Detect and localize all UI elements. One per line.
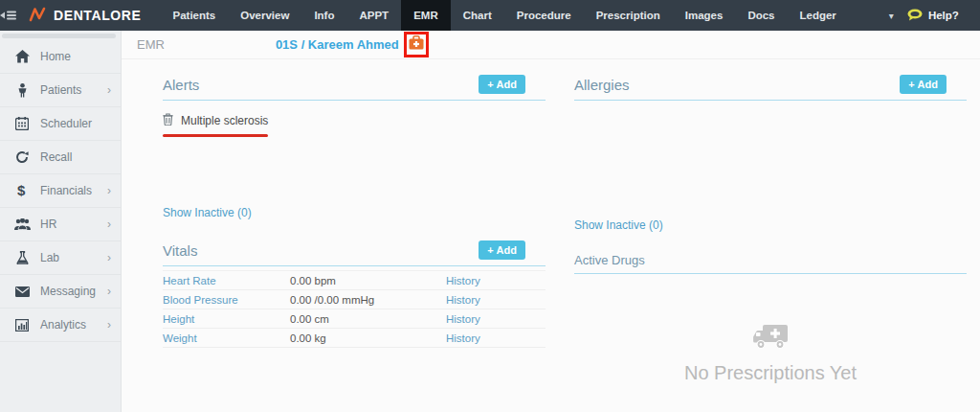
topbar-right: Help? Dokki xyxy=(907,0,980,31)
alerts-title: Alerts xyxy=(163,77,199,93)
sidebar-item-label: Recall xyxy=(40,150,72,164)
alerts-panel-header: Alerts +Add xyxy=(163,75,546,101)
sidebar-scrollbar[interactable] xyxy=(2,34,116,38)
allergies-title: Allergies xyxy=(574,77,630,93)
active-drugs-title: Active Drugs xyxy=(574,253,645,267)
breadcrumb: EMR xyxy=(137,37,165,52)
sidebar-item-label: Financials xyxy=(40,184,92,197)
add-alert-button[interactable]: +Add xyxy=(479,75,525,94)
tab-info[interactable]: Info xyxy=(301,0,346,31)
tab-patients[interactable]: Patients xyxy=(160,0,228,31)
vital-history-link[interactable]: History xyxy=(446,313,546,325)
page-header: EMR 01S / Kareem Ahmed xyxy=(122,31,980,59)
show-inactive-allergies-link[interactable]: Show Inactive (0) xyxy=(574,218,663,232)
pulse-logo-icon xyxy=(29,7,47,25)
allergies-list-empty xyxy=(574,101,967,211)
sidebar-item-patients[interactable]: Patients › xyxy=(0,74,121,107)
vital-value: 0.00 kg xyxy=(290,332,446,344)
plus-icon: + xyxy=(487,79,493,90)
vital-name-link[interactable]: Heart Rate xyxy=(163,275,290,286)
add-allergy-button[interactable]: +Add xyxy=(900,75,947,94)
alerts-panel: Alerts +Add xyxy=(163,75,546,240)
table-row: Heart Rate 0.00 bpm History xyxy=(163,271,546,290)
refresh-icon xyxy=(12,150,32,164)
vital-history-link[interactable]: History xyxy=(446,332,546,344)
vitals-panel: Vitals +Add Heart Rate 0.00 bpm History … xyxy=(163,240,546,348)
plus-icon: + xyxy=(908,79,914,90)
table-row: Blood Pressure 0.00 /0.00 mmHg History xyxy=(163,290,546,309)
group-icon xyxy=(12,218,32,231)
chevron-right-icon: › xyxy=(107,286,111,297)
vitals-title: Vitals xyxy=(163,242,197,259)
chevron-right-icon: › xyxy=(107,319,111,331)
bar-chart-icon xyxy=(12,319,32,332)
sidebar-item-recall[interactable]: Recall xyxy=(0,141,121,174)
patient-icon xyxy=(12,83,32,98)
table-row: Weight 0.00 kg History xyxy=(163,329,546,348)
help-label: Help? xyxy=(928,10,959,21)
chevron-right-icon: › xyxy=(107,185,111,196)
active-drugs-panel: Active Drugs xyxy=(574,253,967,384)
trash-icon[interactable] xyxy=(163,113,173,128)
sidebar-item-analytics[interactable]: Analytics › xyxy=(0,309,121,342)
sidebar-item-lab[interactable]: Lab › xyxy=(0,241,121,275)
tab-appt[interactable]: APPT xyxy=(346,0,401,31)
vitals-panel-header: Vitals +Add xyxy=(163,240,546,266)
envelope-icon xyxy=(12,286,32,297)
sidebar-collapse-icon[interactable] xyxy=(0,0,17,31)
flask-icon xyxy=(12,251,32,264)
vital-value: 0.00 /0.00 mmHg xyxy=(290,294,446,306)
tab-docs[interactable]: Docs xyxy=(735,0,787,31)
sidebar-item-label: Patients xyxy=(40,83,81,97)
chevron-right-icon: › xyxy=(107,218,111,230)
brand-logo[interactable]: DENTALORE xyxy=(17,0,160,31)
ambulance-icon xyxy=(752,324,789,355)
calendar-icon xyxy=(12,117,32,130)
sidebar-item-financials[interactable]: $ Financials › xyxy=(0,174,121,208)
help-button[interactable]: Help? xyxy=(907,9,959,23)
tab-chart[interactable]: Chart xyxy=(451,0,504,31)
add-vitals-button[interactable]: +Add xyxy=(479,240,525,260)
vital-history-link[interactable]: History xyxy=(446,294,546,306)
left-column: Alerts +Add xyxy=(163,75,546,384)
main-content: EMR 01S / Kareem Ahmed Alerts +Add xyxy=(122,31,980,412)
tab-procedure[interactable]: Procedure xyxy=(504,0,584,31)
alerts-list: Multiple sclerosis xyxy=(163,101,546,198)
sidebar-item-label: Scheduler xyxy=(40,117,92,130)
tab-overview[interactable]: Overview xyxy=(228,0,301,31)
vital-name-link[interactable]: Blood Pressure xyxy=(163,294,290,306)
alert-text[interactable]: Multiple sclerosis xyxy=(181,114,268,127)
medical-bag-icon[interactable] xyxy=(409,35,424,54)
vital-history-link[interactable]: History xyxy=(446,275,546,286)
tab-prescription[interactable]: Prescription xyxy=(584,0,673,31)
sidebar-item-messaging[interactable]: Messaging › xyxy=(0,275,121,309)
nav-overflow-caret-icon[interactable]: ▾ xyxy=(876,0,907,31)
plus-icon: + xyxy=(487,244,493,256)
sidebar-item-home[interactable]: Home xyxy=(0,40,121,74)
active-drugs-empty-state: No Prescriptions Yet xyxy=(574,274,967,384)
patient-title-link[interactable]: 01S / Kareem Ahmed xyxy=(276,37,399,52)
tab-ledger[interactable]: Ledger xyxy=(788,0,849,31)
vitals-table: Heart Rate 0.00 bpm History Blood Pressu… xyxy=(163,270,546,348)
show-inactive-alerts-link[interactable]: Show Inactive (0) xyxy=(163,206,252,219)
chevron-right-icon: › xyxy=(107,252,111,263)
sidebar-item-scheduler[interactable]: Scheduler xyxy=(0,107,121,141)
content-columns: Alerts +Add xyxy=(122,59,980,384)
vital-name-link[interactable]: Height xyxy=(163,313,290,325)
sidebar-item-hr[interactable]: HR › xyxy=(0,208,121,241)
tab-images[interactable]: Images xyxy=(673,0,736,31)
sidebar-item-label: Analytics xyxy=(40,318,86,332)
sidebar-item-label: Home xyxy=(40,50,71,63)
help-chat-icon xyxy=(907,9,923,23)
home-icon xyxy=(12,50,32,63)
annotation-red-underline xyxy=(163,134,268,137)
sidebar-item-label: Messaging xyxy=(40,285,96,298)
sidebar-item-label: Lab xyxy=(40,251,59,264)
vital-name-link[interactable]: Weight xyxy=(163,332,290,344)
tab-emr[interactable]: EMR xyxy=(401,0,451,31)
main-nav: Patients Overview Info APPT EMR Chart Pr… xyxy=(160,0,906,31)
right-column: Allergies +Add Show Inactive (0) Active … xyxy=(574,75,967,384)
svg-text:$: $ xyxy=(17,183,26,198)
vital-value: 0.00 cm xyxy=(290,313,446,325)
allergies-panel-header: Allergies +Add xyxy=(574,75,967,101)
